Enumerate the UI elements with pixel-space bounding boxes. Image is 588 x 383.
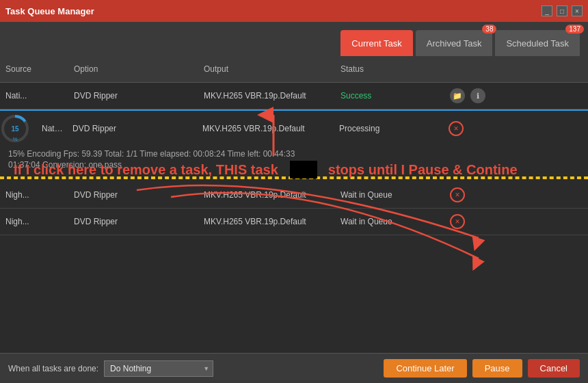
col-output: Output <box>198 62 335 77</box>
info-icon[interactable]: ℹ <box>470 88 485 103</box>
active-row-wrapper: 15 % Nation DVD Ripper MKV.H265 VBR.19p.… <box>0 109 588 178</box>
footer: When all tasks are done: Do Nothing Cont… <box>0 353 588 383</box>
progress-percent: 15 <box>11 125 18 133</box>
close-button[interactable]: × <box>572 5 583 16</box>
active-close[interactable]: × <box>444 120 513 137</box>
queue1-status: Wait in Queue <box>335 189 444 201</box>
queue1-output: MKV.H265 VBR.19p.Default <box>198 189 335 201</box>
archived-badge: 38 <box>482 25 496 34</box>
table-header: Source Option Output Status <box>0 56 588 83</box>
col-option: Option <box>68 62 198 77</box>
active-row: 15 % Nation DVD Ripper MKV.H265 VBR.19p.… <box>0 111 588 146</box>
progress-line1: 15% Encoding Fps: 59.39 Total: 1/1 Time … <box>8 149 580 159</box>
scheduled-badge: 137 <box>565 25 584 34</box>
active-output: MKV.H265 VBR.19p.Default <box>198 122 335 135</box>
col-actions <box>444 62 513 77</box>
tab-scheduled-task[interactable]: 137 Scheduled Task <box>495 30 580 56</box>
window-controls: _ □ × <box>542 5 583 16</box>
folder-icon[interactable]: 📁 <box>450 88 465 103</box>
when-done-select[interactable]: Do Nothing <box>104 360 213 377</box>
app-title: Task Queue Manager <box>5 6 94 16</box>
when-done-label: When all tasks are done: <box>8 364 98 373</box>
tab-current-task-label: Current Task <box>351 38 401 49</box>
progress-info: 15% Encoding Fps: 59.39 Total: 1/1 Time … <box>0 146 588 176</box>
row1-status: Success <box>335 90 444 102</box>
title-bar: Task Queue Manager _ □ × <box>0 0 588 22</box>
remove-active-button[interactable]: × <box>449 121 464 136</box>
queue-rows: Nigh... DVD Ripper MKV.H265 VBR.19p.Defa… <box>0 182 588 235</box>
queue2-actions: × <box>444 213 513 230</box>
queue2-source: Nigh... <box>0 215 68 228</box>
when-done-select-wrapper: Do Nothing <box>104 360 213 377</box>
active-status: Processing <box>335 122 444 135</box>
tab-archived-task[interactable]: 38 Archived Task <box>416 30 493 56</box>
col-source: Source <box>0 62 68 77</box>
table-row: Nati... DVD Ripper MKV.H265 VBR.19p.Defa… <box>0 83 588 109</box>
row1-icon-group: 📁 ℹ <box>450 88 507 103</box>
progress-pct-sign: % <box>12 136 17 142</box>
active-source: Nation <box>38 122 68 135</box>
progress-line2: 01:37:04 Conversion: one pass <box>8 160 580 170</box>
progress-circle: 15 % <box>0 114 30 144</box>
queue1-actions: × <box>444 186 513 204</box>
maximize-button[interactable]: □ <box>557 5 567 16</box>
queue2-output: MKV.H265 VBR.19p.Default <box>198 215 335 228</box>
tab-current-task[interactable]: Current Task <box>340 30 412 56</box>
yellow-separator <box>0 178 588 179</box>
cancel-button[interactable]: Cancel <box>528 359 580 378</box>
remove-queue2-button[interactable]: × <box>450 214 465 229</box>
minimize-button[interactable]: _ <box>542 5 552 16</box>
row1-output: MKV.H265 VBR.19p.Default <box>198 90 335 102</box>
continue-later-button[interactable]: Continue Later <box>384 359 466 378</box>
queue-row-2: Nigh... DVD Ripper MKV.H265 VBR.19p.Defa… <box>0 209 588 235</box>
active-option: DVD Ripper <box>68 122 198 135</box>
tab-bar: Current Task 38 Archived Task 137 Schedu… <box>0 22 588 56</box>
tab-scheduled-task-label: Scheduled Task <box>506 38 569 49</box>
queue-row-1: Nigh... DVD Ripper MKV.H265 VBR.19p.Defa… <box>0 182 588 209</box>
queue2-status: Wait in Queue <box>335 215 444 228</box>
col-status: Status <box>335 62 444 77</box>
remove-queue1-button[interactable]: × <box>450 187 465 202</box>
row1-option: DVD Ripper <box>68 90 198 102</box>
queue2-option: DVD Ripper <box>68 215 198 228</box>
queue1-option: DVD Ripper <box>68 189 198 201</box>
pause-button[interactable]: Pause <box>472 359 522 378</box>
queue1-source: Nigh... <box>0 189 68 201</box>
row1-source: Nati... <box>0 90 68 102</box>
tab-archived-task-label: Archived Task <box>427 38 482 49</box>
row1-actions: 📁 ℹ <box>444 87 513 105</box>
